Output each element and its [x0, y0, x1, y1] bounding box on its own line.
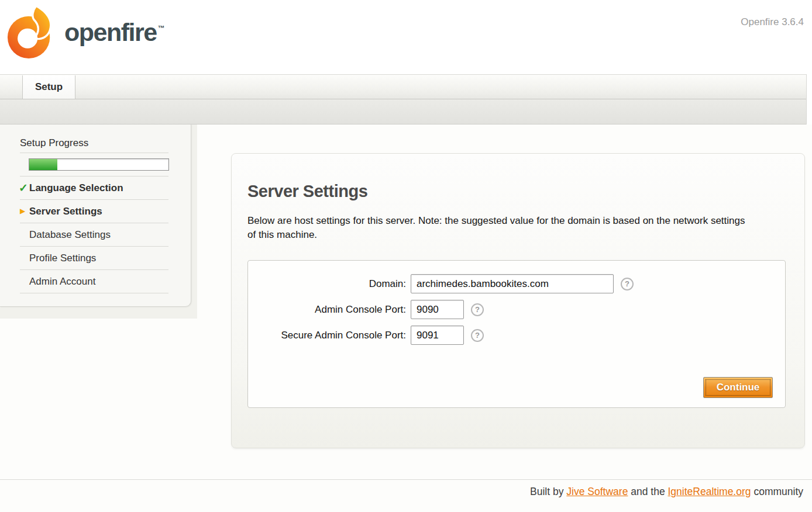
setup-progress-title: Setup Progress — [20, 137, 168, 149]
footer-divider — [0, 479, 812, 480]
footer-prefix: Built by — [530, 486, 566, 497]
form-row-domain: Domain: ? — [248, 274, 785, 293]
divider — [20, 153, 168, 153]
sub-nav-bar — [0, 99, 806, 124]
secure-admin-console-port-input[interactable] — [411, 326, 464, 345]
admin-console-port-label: Admin Console Port: — [248, 304, 411, 316]
trademark-symbol: ™ — [158, 24, 165, 32]
main-content-panel: Server Settings Below are host settings … — [231, 153, 805, 448]
header: openfire™ Openfire 3.6.4 — [0, 0, 812, 74]
window-edge-strip — [806, 74, 812, 124]
help-icon[interactable]: ? — [471, 329, 484, 342]
form-row-admin-port: Admin Console Port: ? — [248, 300, 785, 319]
server-settings-form: Domain: ? Admin Console Port: ? Secure A… — [247, 260, 786, 408]
form-row-secure-port: Secure Admin Console Port: ? — [248, 326, 785, 345]
page-description: Below are host settings for this server.… — [247, 214, 752, 242]
page-title: Server Settings — [247, 182, 804, 201]
footer-credits: Built by Jive Software and the IgniteRea… — [530, 486, 803, 498]
help-icon[interactable]: ? — [471, 303, 484, 316]
jive-software-link[interactable]: Jive Software — [566, 486, 628, 497]
secure-admin-console-port-label: Secure Admin Console Port: — [248, 330, 411, 341]
domain-label: Domain: — [248, 278, 411, 290]
version-label: Openfire 3.6.4 — [741, 16, 804, 28]
footer-middle: and the — [628, 486, 668, 497]
sidebar-item-server-settings: ▶ Server Settings — [20, 200, 168, 223]
continue-button[interactable]: Continue — [703, 377, 773, 398]
setup-progress-panel: Setup Progress ✓ Language Selection ▶ Se… — [0, 124, 191, 307]
logo-wordmark: openfire — [64, 18, 157, 46]
sidebar-item-profile-settings: Profile Settings — [20, 247, 168, 270]
setup-steps-list: ✓ Language Selection ▶ Server Settings D… — [20, 176, 168, 293]
igniterealtime-link[interactable]: IgniteRealtime.org — [668, 486, 751, 497]
admin-console-port-input[interactable] — [411, 300, 464, 319]
tab-bar: Setup — [0, 74, 806, 99]
progress-bar — [29, 158, 169, 171]
footer-suffix: community — [751, 486, 803, 497]
progress-bar-fill — [29, 159, 57, 170]
openfire-logo: openfire™ — [6, 5, 165, 60]
sidebar-item-database-settings: Database Settings — [20, 223, 168, 247]
help-icon[interactable]: ? — [621, 278, 634, 290]
domain-input[interactable] — [411, 274, 614, 293]
sidebar-item-admin-account: Admin Account — [20, 270, 168, 293]
flame-icon — [6, 5, 56, 60]
check-icon: ✓ — [19, 177, 28, 200]
sidebar-item-language-selection: ✓ Language Selection — [20, 177, 168, 200]
current-step-arrow-icon: ▶ — [20, 199, 25, 223]
tab-setup[interactable]: Setup — [22, 75, 75, 99]
